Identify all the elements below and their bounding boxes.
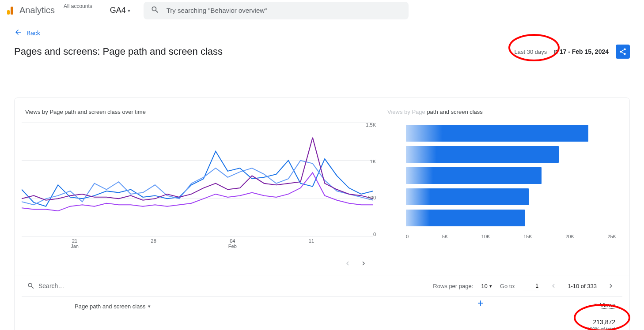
- line-chart[interactable]: 1.5K 1K 500 0 21Jan 28 04Feb 11: [22, 122, 373, 259]
- caret-down-icon: ▾: [128, 8, 130, 14]
- charts-row: Views by Page path and screen class over…: [22, 109, 622, 270]
- back-link[interactable]: Back: [14, 28, 40, 38]
- line-chart-svg: [22, 122, 373, 237]
- date-range[interactable]: n 17 - Feb 15, 2024: [554, 48, 609, 55]
- search-icon: [27, 282, 35, 290]
- top-bar: Analytics All accounts GA4 ▾ Try searchi…: [0, 0, 644, 21]
- bar-chart-panel: Views by Page path and screen class 0 5K…: [384, 109, 622, 270]
- line-chart-panel: Views by Page path and screen class over…: [22, 109, 373, 270]
- table-header-row: Page path and screen class ▾ + Views 213…: [22, 296, 622, 330]
- property-name: GA4: [110, 6, 126, 15]
- rows-per-page-select[interactable]: 10 ▾: [481, 283, 492, 289]
- legend-pager: [22, 257, 373, 270]
- annotation-circle: [574, 304, 630, 330]
- metric-column: Views 213,872 100% of total: [490, 297, 622, 330]
- add-dimension-button[interactable]: +: [471, 297, 490, 309]
- bar-x-ticks: 0 5K 10K 15K 20K 25K: [406, 231, 618, 239]
- global-search[interactable]: Try searching "Behavior overview": [144, 2, 409, 19]
- analytics-logo-icon: [7, 7, 13, 15]
- table-search[interactable]: Search…: [27, 282, 429, 290]
- rows-per-page-label: Rows per page:: [433, 283, 473, 289]
- table-search-placeholder: Search…: [38, 282, 64, 289]
- line-x-ticks: 21Jan 28 04Feb 11: [22, 238, 373, 249]
- accounts-label[interactable]: All accounts: [64, 3, 92, 9]
- subheader: Back Pages and screens: Page path and sc…: [0, 21, 644, 62]
- date-range-area: Last 30 days n 17 - Feb 15, 2024: [515, 45, 630, 59]
- arrow-left-icon: [14, 28, 22, 38]
- search-placeholder: Try searching "Behavior overview": [167, 7, 267, 14]
- legend-prev-button[interactable]: [341, 257, 354, 270]
- property-switcher[interactable]: GA4 ▾: [110, 6, 130, 15]
- brand-label: Analytics: [19, 5, 55, 15]
- caret-down-icon: ▾: [148, 304, 151, 309]
- report-card: Views by Page path and screen class over…: [14, 98, 630, 330]
- prev-page-button[interactable]: [547, 280, 560, 292]
- back-label: Back: [27, 30, 40, 37]
- bar-chart-title: Views by Page path and screen class: [384, 109, 622, 115]
- line-y-ticks: 1.5K 1K 500 0: [366, 122, 376, 237]
- goto-input[interactable]: [523, 281, 539, 290]
- annotation-circle: [508, 34, 560, 61]
- goto-label: Go to:: [500, 283, 515, 289]
- bar-chart[interactable]: 0 5K 10K 15K 20K 25K: [384, 122, 622, 259]
- share-button[interactable]: [616, 45, 630, 59]
- next-page-button[interactable]: [605, 280, 617, 292]
- line-chart-title: Views by Page path and screen class over…: [22, 109, 373, 115]
- legend-next-button[interactable]: [357, 257, 370, 270]
- page-range: 1-10 of 333: [568, 283, 597, 289]
- table-controls: Search… Rows per page: 10 ▾ Go to: 1-10 …: [22, 275, 622, 296]
- dimension-selector[interactable]: Page path and screen class ▾: [22, 297, 471, 316]
- search-icon: [151, 5, 159, 15]
- bar-chart-bars: [406, 122, 618, 226]
- caret-down-icon: ▾: [489, 283, 492, 289]
- share-icon: [619, 48, 627, 56]
- page-title: Pages and screens: Page path and screen …: [14, 46, 223, 57]
